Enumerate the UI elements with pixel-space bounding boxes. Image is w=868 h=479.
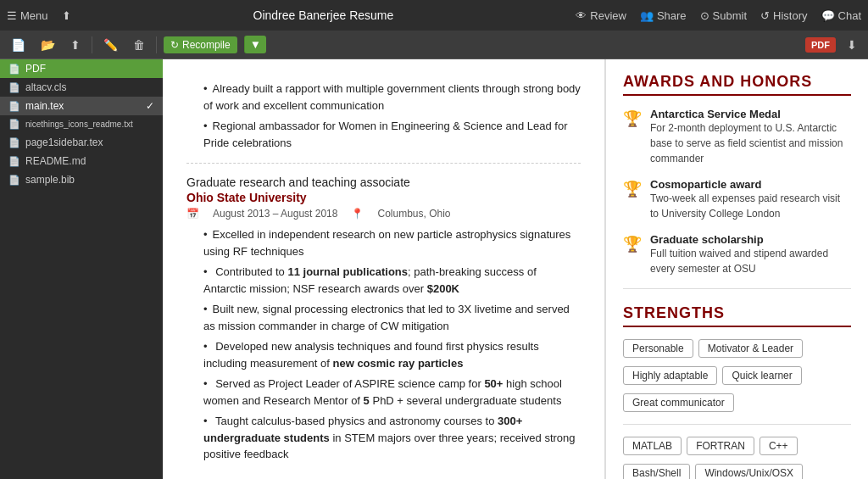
location-icon: 📍 [351, 208, 364, 220]
pdf-button[interactable]: PDF [805, 37, 836, 53]
readme-file-icon: 📄 [8, 156, 20, 167]
award-title-3: Graduate scholarship [650, 233, 851, 246]
job-date: August 2013 – August 2018 [213, 208, 337, 220]
hamburger-icon: ☰ [7, 9, 17, 22]
award-cosmoparticle: 🏆 Cosmoparticle award Two-week all expen… [623, 178, 851, 221]
new-file-button[interactable]: 📄 [7, 36, 30, 54]
award-title-1: Antarctica Service Medal [650, 108, 851, 120]
sidebar-item-samplebib[interactable]: 📄 sample.bib [0, 170, 163, 189]
skill-tags-row1: MATLAB FORTRAN C++ [623, 437, 851, 455]
cls-file-icon: 📄 [8, 82, 20, 93]
sidebar-item-readme[interactable]: 📄 README.md [0, 152, 163, 170]
tag-adaptable: Highly adaptable [623, 366, 717, 385]
recompile-button[interactable]: ↻ Recompile [164, 36, 237, 53]
pdf-file-icon: 📄 [8, 64, 20, 75]
strength-tags-row1: Personable Motivator & Leader [623, 339, 851, 358]
share-icon: 👥 [640, 9, 654, 22]
award-title-2: Cosmoparticle award [650, 178, 851, 191]
tag-communicator: Great communicator [623, 393, 734, 412]
history-button[interactable]: ↺ History [760, 9, 807, 22]
divider-1 [186, 163, 581, 164]
recompile-dropdown[interactable]: ▼ [244, 36, 266, 53]
skills-divider [623, 424, 851, 425]
toolbar: 📄 📂 ⬆ ✏️ 🗑 ↻ Recompile ▼ PDF ⬇ [0, 31, 868, 59]
history-icon: ↺ [760, 9, 770, 22]
page1-file-icon: 📄 [8, 137, 20, 148]
sidebar: 📄 PDF 📄 altacv.cls 📄 main.tex ✓ 📄 niceth… [0, 59, 163, 479]
recompile-icon: ↻ [170, 39, 179, 51]
txt-file-icon: 📄 [8, 119, 20, 130]
checkmark-icon: ✓ [146, 100, 154, 112]
award-desc-3: Full tuition waived and stipend awarded … [650, 246, 851, 276]
tex-file-icon: 📄 [8, 101, 20, 112]
job-location: Columbus, Ohio [377, 208, 450, 220]
submit-button[interactable]: ⊙ Submit [700, 9, 747, 22]
delete-button[interactable]: 🗑 [129, 36, 149, 54]
pin-button[interactable]: ⬆ [62, 9, 71, 22]
share-button[interactable]: 👥 Share [640, 9, 687, 22]
award-desc-2: Two-week all expenses paid research visi… [650, 191, 851, 221]
content-area: Already built a rapport with multiple go… [163, 59, 868, 479]
award-antarctica: 🏆 Antarctica Service Medal For 2-month d… [623, 108, 851, 166]
bullet-journals: Contributed to 11 journal publications; … [200, 264, 581, 297]
sidebar-item-altacv[interactable]: 📄 altacv.cls [0, 78, 163, 97]
calendar-icon: 📅 [186, 208, 199, 220]
open-folder-button[interactable]: 📂 [36, 36, 59, 54]
trophy-icon-2: 🏆 [623, 180, 642, 198]
company-name: Ohio State University [186, 191, 581, 204]
job-title: Graduate research and teaching associate [186, 175, 581, 189]
bullet-electronics: Built new, signal processing electronics… [200, 301, 581, 334]
tag-personable: Personable [623, 339, 693, 358]
menu-label: Menu [20, 9, 48, 22]
edit-button[interactable]: ✏️ [99, 36, 122, 54]
strength-tags-row2: Highly adaptable Quick learner [623, 366, 851, 385]
menu-bar: ☰ Menu ⬆ Oindree Banerjee Resume 👁 Revie… [0, 0, 868, 31]
pin-icon: ⬆ [62, 9, 71, 22]
tag-matlab: MATLAB [623, 437, 682, 455]
sidebar-item-main[interactable]: 📄 main.tex ✓ [0, 97, 163, 115]
tag-motivator: Motivator & Leader [698, 339, 803, 358]
review-icon: 👁 [576, 9, 587, 22]
upload-button[interactable]: ⬆ [66, 36, 85, 54]
strength-tags-row3: Great communicator [623, 393, 851, 412]
bib-file-icon: 📄 [8, 175, 20, 186]
sidebar-item-nicethings[interactable]: 📄 nicethings_icons_readme.txt [0, 115, 163, 133]
tag-cpp: C++ [760, 437, 798, 455]
doc-panel: Already built a rapport with multiple go… [163, 59, 605, 479]
tag-bash: Bash/Shell [623, 464, 690, 479]
sidebar-item-pdf[interactable]: 📄 PDF [0, 59, 163, 78]
tag-learner: Quick learner [722, 366, 801, 385]
tag-windows: Windows/Unix/OSX [695, 464, 803, 479]
chat-button[interactable]: 💬 Chat [821, 9, 861, 22]
bullet-teaching: Taught calculus-based physics and astron… [200, 413, 581, 463]
bullet-astrophysics: Excelled in independent research on new … [200, 226, 581, 259]
trophy-icon-3: 🏆 [623, 235, 642, 253]
chat-icon: 💬 [821, 9, 835, 22]
awards-heading: AWARDS AND HONORS [623, 73, 851, 96]
review-button[interactable]: 👁 Review [576, 9, 626, 22]
trophy-icon-1: 🏆 [623, 109, 642, 128]
bullet-ambassador: Regional ambassador for Women in Enginee… [200, 118, 581, 151]
submit-icon: ⊙ [700, 9, 709, 22]
award-scholarship: 🏆 Graduate scholarship Full tuition waiv… [623, 233, 851, 276]
skill-tags-row2: Bash/Shell Windows/Unix/OSX [623, 464, 851, 479]
bullet-aspire: Served as Project Leader of ASPIRE scien… [200, 376, 581, 409]
bullet-cosmic: Developed new analysis techniques and fo… [200, 338, 581, 371]
right-panel: AWARDS AND HONORS 🏆 Antarctica Service M… [605, 59, 868, 479]
main-layout: 📄 PDF 📄 altacv.cls 📄 main.tex ✓ 📄 niceth… [0, 59, 868, 479]
job-meta: 📅 August 2013 – August 2018 📍 Columbus, … [186, 208, 581, 220]
strengths-heading: STRENGTHS [623, 304, 851, 327]
sidebar-item-page1sidebar[interactable]: 📄 page1sidebar.tex [0, 133, 163, 152]
award-desc-1: For 2-month deployment to U.S. Antarctic… [650, 120, 851, 166]
menu-button[interactable]: ☰ Menu [7, 9, 48, 22]
bullet-rapport: Already built a rapport with multiple go… [200, 81, 581, 114]
awards-divider [623, 288, 851, 289]
download-button[interactable]: ⬇ [843, 36, 861, 54]
window-title: Oindree Banerjee Resume [253, 8, 394, 22]
tag-fortran: FORTRAN [687, 437, 754, 455]
